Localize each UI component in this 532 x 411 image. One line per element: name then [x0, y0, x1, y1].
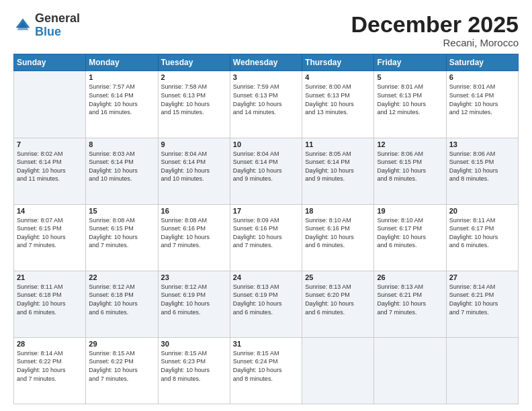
day-cell: 15Sunrise: 8:08 AM Sunset: 6:15 PM Dayli… [86, 204, 158, 271]
week-row-3: 14Sunrise: 8:07 AM Sunset: 6:15 PM Dayli… [14, 204, 519, 271]
day-number: 11 [305, 140, 371, 148]
day-number: 10 [233, 140, 299, 148]
day-number: 20 [449, 207, 515, 215]
logo-text: General Blue [35, 12, 80, 39]
day-cell: 24Sunrise: 8:13 AM Sunset: 6:19 PM Dayli… [230, 271, 302, 337]
header-row: SundayMondayTuesdayWednesdayThursdayFrid… [14, 54, 519, 71]
day-info: Sunrise: 8:01 AM Sunset: 6:13 PM Dayligh… [377, 83, 443, 116]
day-info: Sunrise: 8:12 AM Sunset: 6:19 PM Dayligh… [161, 283, 227, 316]
day-info: Sunrise: 7:57 AM Sunset: 6:14 PM Dayligh… [89, 83, 154, 116]
day-cell: 16Sunrise: 8:08 AM Sunset: 6:16 PM Dayli… [158, 204, 230, 271]
day-cell: 27Sunrise: 8:14 AM Sunset: 6:21 PM Dayli… [446, 271, 518, 337]
day-cell: 8Sunrise: 8:03 AM Sunset: 6:14 PM Daylig… [86, 138, 158, 204]
day-info: Sunrise: 8:14 AM Sunset: 6:21 PM Dayligh… [449, 283, 515, 316]
day-info: Sunrise: 8:02 AM Sunset: 6:14 PM Dayligh… [17, 150, 83, 183]
day-cell [14, 71, 86, 138]
day-cell: 30Sunrise: 8:15 AM Sunset: 6:23 PM Dayli… [158, 337, 230, 404]
day-info: Sunrise: 8:10 AM Sunset: 6:17 PM Dayligh… [377, 216, 443, 250]
day-info: Sunrise: 8:01 AM Sunset: 6:14 PM Dayligh… [449, 83, 515, 116]
day-info: Sunrise: 8:03 AM Sunset: 6:14 PM Dayligh… [89, 150, 154, 183]
day-number: 23 [161, 273, 227, 281]
day-cell: 2Sunrise: 7:58 AM Sunset: 6:13 PM Daylig… [158, 71, 230, 138]
day-cell: 9Sunrise: 8:04 AM Sunset: 6:14 PM Daylig… [158, 138, 230, 204]
day-info: Sunrise: 8:15 AM Sunset: 6:23 PM Dayligh… [161, 349, 227, 383]
day-info: Sunrise: 8:14 AM Sunset: 6:22 PM Dayligh… [17, 349, 83, 383]
day-cell: 6Sunrise: 8:01 AM Sunset: 6:14 PM Daylig… [446, 71, 518, 138]
day-number: 7 [17, 140, 83, 148]
day-number: 18 [305, 207, 371, 215]
day-info: Sunrise: 8:05 AM Sunset: 6:14 PM Dayligh… [305, 150, 371, 183]
day-info: Sunrise: 8:13 AM Sunset: 6:19 PM Dayligh… [233, 283, 299, 316]
day-number: 1 [89, 73, 154, 81]
day-cell: 17Sunrise: 8:09 AM Sunset: 6:16 PM Dayli… [230, 204, 302, 271]
day-cell [302, 337, 374, 404]
day-number: 16 [161, 207, 227, 215]
day-info: Sunrise: 8:06 AM Sunset: 6:15 PM Dayligh… [449, 150, 515, 183]
title-block: December 2025 Recani, Morocco [351, 12, 519, 48]
day-number: 12 [377, 140, 443, 148]
day-number: 4 [305, 73, 371, 81]
col-header-thursday: Thursday [302, 54, 374, 71]
day-info: Sunrise: 8:13 AM Sunset: 6:21 PM Dayligh… [377, 283, 443, 316]
day-cell: 21Sunrise: 8:11 AM Sunset: 6:18 PM Dayli… [14, 271, 86, 337]
day-cell: 18Sunrise: 8:10 AM Sunset: 6:16 PM Dayli… [302, 204, 374, 271]
day-info: Sunrise: 8:10 AM Sunset: 6:16 PM Dayligh… [305, 216, 371, 250]
calendar-subtitle: Recani, Morocco [351, 37, 519, 48]
day-info: Sunrise: 8:00 AM Sunset: 6:13 PM Dayligh… [305, 83, 371, 116]
calendar-title: December 2025 [351, 12, 519, 37]
header: General Blue December 2025 Recani, Moroc… [13, 12, 519, 48]
day-number: 14 [17, 207, 83, 215]
day-cell: 11Sunrise: 8:05 AM Sunset: 6:14 PM Dayli… [302, 138, 374, 204]
logo-blue: Blue [35, 25, 61, 38]
day-cell: 3Sunrise: 7:59 AM Sunset: 6:13 PM Daylig… [230, 71, 302, 138]
day-info: Sunrise: 8:11 AM Sunset: 6:18 PM Dayligh… [17, 283, 83, 316]
day-number: 29 [89, 340, 154, 348]
day-number: 8 [89, 140, 154, 148]
day-cell: 7Sunrise: 8:02 AM Sunset: 6:14 PM Daylig… [14, 138, 86, 204]
day-cell: 4Sunrise: 8:00 AM Sunset: 6:13 PM Daylig… [302, 71, 374, 138]
day-number: 3 [233, 73, 299, 81]
day-number: 9 [161, 140, 227, 148]
day-info: Sunrise: 8:08 AM Sunset: 6:16 PM Dayligh… [161, 216, 227, 250]
day-cell: 23Sunrise: 8:12 AM Sunset: 6:19 PM Dayli… [158, 271, 230, 337]
day-info: Sunrise: 7:59 AM Sunset: 6:13 PM Dayligh… [233, 83, 299, 116]
day-info: Sunrise: 8:13 AM Sunset: 6:20 PM Dayligh… [305, 283, 371, 316]
day-cell: 12Sunrise: 8:06 AM Sunset: 6:15 PM Dayli… [374, 138, 446, 204]
logo-general: General [35, 11, 80, 25]
week-row-2: 7Sunrise: 8:02 AM Sunset: 6:14 PM Daylig… [14, 138, 519, 204]
day-number: 17 [233, 207, 299, 215]
day-info: Sunrise: 8:07 AM Sunset: 6:15 PM Dayligh… [17, 216, 83, 250]
day-cell: 5Sunrise: 8:01 AM Sunset: 6:13 PM Daylig… [374, 71, 446, 138]
day-cell: 26Sunrise: 8:13 AM Sunset: 6:21 PM Dayli… [374, 271, 446, 337]
day-number: 30 [161, 340, 227, 348]
day-info: Sunrise: 7:58 AM Sunset: 6:13 PM Dayligh… [161, 83, 227, 116]
day-number: 19 [377, 207, 443, 215]
day-cell: 1Sunrise: 7:57 AM Sunset: 6:14 PM Daylig… [86, 71, 158, 138]
day-info: Sunrise: 8:15 AM Sunset: 6:22 PM Dayligh… [89, 349, 154, 383]
day-cell [446, 337, 518, 404]
day-cell: 14Sunrise: 8:07 AM Sunset: 6:15 PM Dayli… [14, 204, 86, 271]
week-row-1: 1Sunrise: 7:57 AM Sunset: 6:14 PM Daylig… [14, 71, 519, 138]
day-info: Sunrise: 8:11 AM Sunset: 6:17 PM Dayligh… [449, 216, 515, 250]
day-cell [374, 337, 446, 404]
day-number: 27 [449, 273, 515, 281]
col-header-saturday: Saturday [446, 54, 518, 71]
day-info: Sunrise: 8:12 AM Sunset: 6:18 PM Dayligh… [89, 283, 154, 316]
col-header-friday: Friday [374, 54, 446, 71]
day-number: 5 [377, 73, 443, 81]
col-header-tuesday: Tuesday [158, 54, 230, 71]
day-cell: 10Sunrise: 8:04 AM Sunset: 6:14 PM Dayli… [230, 138, 302, 204]
day-info: Sunrise: 8:15 AM Sunset: 6:24 PM Dayligh… [233, 349, 299, 383]
day-cell: 19Sunrise: 8:10 AM Sunset: 6:17 PM Dayli… [374, 204, 446, 271]
day-info: Sunrise: 8:04 AM Sunset: 6:14 PM Dayligh… [233, 150, 299, 183]
day-number: 25 [305, 273, 371, 281]
day-number: 28 [17, 340, 83, 348]
logo: General Blue [13, 12, 80, 39]
week-row-5: 28Sunrise: 8:14 AM Sunset: 6:22 PM Dayli… [14, 337, 519, 404]
day-cell: 20Sunrise: 8:11 AM Sunset: 6:17 PM Dayli… [446, 204, 518, 271]
day-number: 21 [17, 273, 83, 281]
day-number: 22 [89, 273, 154, 281]
page: General Blue December 2025 Recani, Moroc… [0, 0, 532, 411]
day-number: 31 [233, 340, 299, 348]
day-number: 13 [449, 140, 515, 148]
